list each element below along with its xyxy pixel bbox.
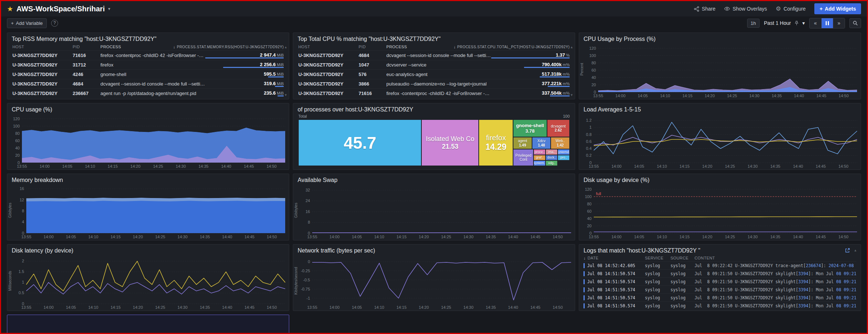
help-icon[interactable]: ? [51,20,58,27]
treemap-cell-ima[interactable]: ima.. [546,149,558,155]
add-widgets-button[interactable]: + Add Widgets [814,3,861,14]
process-cell: dcvserver --service [386,62,491,68]
sort-column-header[interactable]: ↓ PROCESS.STAT.MEMORY.RSS(HOST:U-3KNGSZT… [173,45,284,49]
panel-title: Available Swap [293,174,575,185]
pause-button[interactable] [821,18,833,28]
treemap-cell-graf[interactable]: graf.. [534,155,546,160]
time-back-button[interactable]: « [810,18,821,28]
process-row[interactable]: U-3KNGSZT7DD92Y71616firefox -contentproc… [298,88,570,98]
panel-top-rss-memory: Top RSS Memory matching "host:U-3KNGSZT7… [7,33,289,99]
process-row[interactable]: U-3KNGSZT7DD92Y4684dcvagent --session-id… [12,79,284,88]
cpu-usage-chart[interactable]: 02040608010012013:5514:0014:0514:1014:15… [7,114,289,170]
svg-text:0.2: 0.2 [586,153,592,157]
log-level-bar [584,295,585,300]
disk-latency-chart[interactable]: 00.511.5213:5514:0014:0514:1014:1514:201… [7,255,289,311]
sort-desc-icon: ↓ [584,256,586,260]
time-range-short-button[interactable]: 1h [747,19,760,28]
load-averages-chart[interactable]: 00.20.40.60.811.213:5514:0014:0514:1014:… [579,114,861,170]
svg-text:14:10: 14:10 [660,94,670,98]
process-row[interactable]: U-3KNGSZT7DD92Y71616firefox -contentproc… [12,50,284,60]
svg-text:100: 100 [589,53,596,58]
treemap-cell-isolated-web-co[interactable]: Isolated Web Co21.53 [421,119,479,166]
process-row[interactable]: U-3KNGSZT7DD92Y3866pulseaudio --daemoniz… [298,79,570,88]
treemap-cell-privileged[interactable]: Privileged Cont [513,149,534,166]
zoom-icon[interactable] [849,18,861,28]
treemap-cell-systemd[interactable]: systemd.. [558,149,570,155]
value-cell: 1.37% [491,52,570,59]
time-forward-button[interactable]: » [833,18,845,28]
svg-text:14:35: 14:35 [200,235,210,239]
svg-text:14:45: 14:45 [816,164,826,168]
disk-usage-chart[interactable]: 02040608010012013:5514:0014:0514:1014:15… [579,185,861,240]
favorite-star-icon[interactable]: ★ [7,5,13,12]
svg-text:14:50: 14:50 [553,235,563,239]
svg-text:-0.25: -0.25 [301,269,310,273]
log-row[interactable]: Jul 08 14:51:50.574syslogsyslogJul 8 09:… [584,277,856,285]
log-row[interactable]: Jul 08 14:51:50.574syslogsyslogJul 8 09:… [584,285,856,293]
process-row[interactable]: U-3KNGSZT7DD92Y4246gnome-shell595.5MiB [12,69,284,79]
available-swap-chart[interactable]: 0816243213:5514:0014:0514:1014:1514:2014… [293,185,575,240]
pid-cell: 31712 [73,62,100,68]
share-icon [694,6,699,12]
process-row[interactable]: U-3KNGSZT7DD92Y31712firefox2 256.6MiB [12,60,284,69]
svg-text:60: 60 [15,138,20,143]
scroll-down-icon[interactable]: ▼ [570,93,573,97]
panel-network-traffic: Network traffic (bytes per sec) 0-0.25-0… [293,244,575,311]
chevron-down-icon[interactable]: ▾ [108,6,110,11]
process-row[interactable]: U-3KNGSZT7DD92Y4684dcvagent --session-id… [298,50,570,60]
process-row[interactable]: U-3KNGSZT7DD92Y1047dcvserver --service79… [298,60,570,69]
cpu-by-process-chart[interactable]: 02040608010012013:5514:0014:0514:1014:15… [579,43,861,99]
treemap-cell-gnome-shell[interactable]: gnome-shell3.78 [513,119,547,137]
partial-selected-widget[interactable] [7,315,289,334]
show-overlays-button[interactable]: Show Overlays [724,6,767,12]
svg-text:14:05: 14:05 [66,235,76,239]
configure-button[interactable]: ⚙ Configure [776,6,806,12]
svg-text:1.2: 1.2 [586,118,592,122]
add-variable-button[interactable]: + Add Variable [7,18,47,28]
svg-text:14:50: 14:50 [838,235,849,239]
treemap-cell-proce[interactable]: proce.. [534,149,546,155]
sort-column-header[interactable]: ↓ PROCESS.STAT.CPU.TOTAL_PCT(HOST:U-3KNG… [454,45,570,49]
treemap-cell-xdg[interactable]: xdg.. [546,160,558,166]
scroll-down-icon[interactable]: ▼ [284,93,287,97]
svg-text:14:25: 14:25 [725,235,735,239]
scroll-up-icon[interactable]: ▲ [570,45,573,49]
scroll-up-icon[interactable]: ▲ [284,45,287,49]
treemap-cell-dcvagent[interactable]: dcvagent2.62 [547,119,570,137]
treemap-cell-dock[interactable]: dock.. [546,155,558,160]
scroll-up-icon[interactable]: ▲ [854,248,857,252]
svg-text:14:40: 14:40 [793,235,803,239]
log-row[interactable]: Jul 08 14:51:50.574syslogsyslogJul 8 09:… [584,301,856,310]
svg-text:14:20: 14:20 [130,164,141,168]
treemap-cell-firefox[interactable]: firefox14.29 [479,119,513,166]
panel-load-averages: Load Averages 1-5-15 00.20.40.60.811.213… [579,103,861,170]
process-row[interactable]: U-3KNGSZT7DD92Y236667agent run -p /opt/d… [12,88,284,98]
treemap-cell-pro[interactable]: pro.. [558,155,570,160]
log-service: syslog [645,287,670,292]
process-row[interactable]: U-3KNGSZT7DD92Y576euc-analytics-agent517… [298,69,570,79]
svg-text:14:15: 14:15 [111,305,121,310]
log-date: Jul 08 14:51:50.574 [584,271,645,276]
svg-text:14:25: 14:25 [441,235,451,239]
svg-text:14:35: 14:35 [486,235,496,239]
panel-title: Disk usage by device (%) [579,174,861,185]
treemap-cell-total[interactable]: 45.7 [298,119,421,166]
log-row[interactable]: Jul 08 14:51:50.574syslogsyslogJul 8 09:… [584,293,856,301]
memory-breakdown-chart[interactable]: 048121613:5514:0014:0514:1014:1514:2014:… [7,185,289,240]
panel-title: Top Total CPU % matching "host:U-3KNGSZT… [293,33,575,43]
treemap-cell-system[interactable]: system.. [534,160,546,166]
log-row[interactable]: Jul 08 14:52:42.605syslogsyslogJul 8 09:… [584,261,856,269]
svg-text:13:55: 13:55 [589,164,599,168]
external-link-icon[interactable] [845,248,850,253]
share-button[interactable]: Share [694,6,715,12]
log-date: Jul 08 14:51:50.574 [584,279,645,284]
treemap-cell-xdcv[interactable]: Xdcv1.48 [532,137,551,149]
treemap-cell-web[interactable]: Web..1.42 [551,137,570,149]
treemap-cell-agent[interactable]: agent1.49 [513,137,532,149]
network-traffic-chart[interactable]: 0-0.25-0.5-0.75-113:5514:0014:0514:1014:… [293,255,575,311]
log-level-bar [584,263,585,268]
host-cell: U-3KNGSZT7DD92Y [12,81,73,87]
log-row[interactable]: Jul 08 14:51:50.574syslogsyslogJul 8 09:… [584,269,856,277]
svg-text:14:45: 14:45 [244,305,255,310]
time-range-selector[interactable]: Past 1 Hour ▾ [764,20,805,26]
